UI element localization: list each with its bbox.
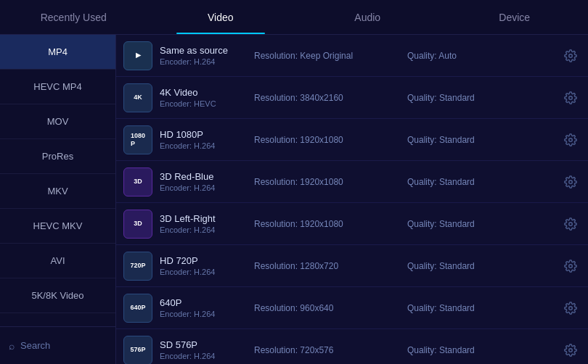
format-quality-3d-left-right: Quality: Standard (407, 219, 560, 229)
sidebar-item-hevc-mp4[interactable]: HEVC MP4 (0, 70, 115, 104)
format-row-hd-720p[interactable]: 720PHD 720PEncoder: H.264Resolution: 128… (116, 245, 588, 287)
format-info-3d-left-right: 3D Left-RightEncoder: H.264 (160, 213, 240, 234)
format-name-hd-720p: HD 720P (160, 255, 240, 266)
format-row-sd-576p[interactable]: 576PSD 576PEncoder: H.264Resolution: 720… (116, 329, 588, 364)
format-row-hd-1080p[interactable]: 1080PHD 1080PEncoder: H.264Resolution: 1… (116, 119, 588, 161)
svg-point-6 (569, 306, 573, 310)
format-info-hd-1080p: HD 1080PEncoder: H.264 (160, 129, 240, 150)
svg-point-4 (569, 222, 573, 226)
format-encoder-same-as-source: Encoder: H.264 (160, 57, 240, 66)
format-encoder-hd-720p: Encoder: H.264 (160, 268, 240, 276)
sidebar-item-avi[interactable]: AVI (0, 244, 115, 278)
tab-audio[interactable]: Audio (294, 0, 441, 34)
format-info-sd-576p: SD 576PEncoder: H.264 (160, 339, 240, 360)
format-row-4k-video[interactable]: 4K4K VideoEncoder: HEVCResolution: 3840x… (116, 77, 588, 119)
settings-icon-hd-1080p[interactable] (560, 130, 581, 150)
format-quality-same-as-source: Quality: Auto (407, 51, 560, 61)
format-encoder-hd-1080p: Encoder: H.264 (160, 141, 240, 150)
tab-recently-used[interactable]: Recently Used (0, 0, 147, 34)
format-icon-3d-red-blue: 3D (123, 167, 152, 197)
format-name-sd-576p: SD 576P (160, 339, 240, 350)
svg-point-3 (569, 180, 573, 183)
format-name-same-as-source: Same as source (160, 45, 240, 56)
svg-point-7 (569, 348, 573, 352)
format-info-4k-video: 4K VideoEncoder: HEVC (160, 87, 240, 108)
tab-video[interactable]: Video (147, 0, 295, 34)
format-quality-640p: Quality: Standard (407, 303, 560, 313)
settings-icon-3d-red-blue[interactable] (560, 172, 581, 192)
sidebar-item-prores[interactable]: ProRes (0, 139, 115, 174)
svg-point-5 (569, 264, 573, 268)
top-tabs: Recently UsedVideoAudioDevice (0, 0, 588, 35)
format-icon-3d-left-right: 3D (123, 210, 152, 239)
format-info-640p: 640PEncoder: H.264 (160, 297, 240, 318)
format-name-4k-video: 4K Video (160, 87, 240, 98)
format-resolution-4k-video: Resolution: 3840x2160 (247, 93, 407, 103)
format-quality-4k-video: Quality: Standard (407, 93, 560, 103)
format-icon-hd-720p: 720P (123, 252, 152, 281)
format-encoder-3d-red-blue: Encoder: H.264 (160, 183, 240, 192)
sidebar-item-mp4[interactable]: MP4 (0, 35, 115, 70)
sidebar-items: MP4HEVC MP4MOVProResMKVHEVC MKVAVI5K/8K … (0, 35, 115, 326)
search-input[interactable] (20, 340, 107, 351)
format-info-hd-720p: HD 720PEncoder: H.264 (160, 255, 240, 276)
sidebar-item-5k8k[interactable]: 5K/8K Video (0, 278, 115, 313)
format-quality-hd-1080p: Quality: Standard (407, 135, 560, 145)
sidebar-item-mkv[interactable]: MKV (0, 174, 115, 209)
format-info-3d-red-blue: 3D Red-BlueEncoder: H.264 (160, 171, 240, 192)
format-resolution-640p: Resolution: 960x640 (247, 303, 407, 313)
format-name-3d-left-right: 3D Left-Right (160, 213, 240, 224)
sidebar-item-hevc-mkv[interactable]: HEVC MKV (0, 209, 115, 244)
sidebar-search: ⌕ (0, 326, 115, 364)
format-icon-same-as-source: ▶ (123, 41, 152, 70)
sidebar: MP4HEVC MP4MOVProResMKVHEVC MKVAVI5K/8K … (0, 35, 116, 364)
format-encoder-640p: Encoder: H.264 (160, 310, 240, 318)
format-row-640p[interactable]: 640P640PEncoder: H.264Resolution: 960x64… (116, 287, 588, 329)
settings-icon-sd-576p[interactable] (560, 340, 581, 360)
format-encoder-3d-left-right: Encoder: H.264 (160, 226, 240, 234)
format-name-3d-red-blue: 3D Red-Blue (160, 171, 240, 182)
format-name-640p: 640P (160, 297, 240, 308)
main-layout: MP4HEVC MP4MOVProResMKVHEVC MKVAVI5K/8K … (0, 35, 588, 364)
format-row-3d-red-blue[interactable]: 3D3D Red-BlueEncoder: H.264Resolution: 1… (116, 161, 588, 203)
format-row-3d-left-right[interactable]: 3D3D Left-RightEncoder: H.264Resolution:… (116, 203, 588, 245)
svg-point-2 (569, 138, 573, 141)
svg-point-1 (569, 96, 573, 99)
tab-device[interactable]: Device (441, 0, 589, 34)
settings-icon-640p[interactable] (560, 298, 581, 318)
format-icon-hd-1080p: 1080P (123, 125, 152, 154)
format-resolution-sd-576p: Resolution: 720x576 (247, 345, 407, 355)
svg-point-0 (569, 54, 573, 57)
settings-icon-hd-720p[interactable] (560, 256, 581, 276)
format-row-same-as-source[interactable]: ▶Same as sourceEncoder: H.264Resolution:… (116, 35, 588, 77)
format-resolution-same-as-source: Resolution: Keep Original (247, 51, 407, 61)
format-quality-3d-red-blue: Quality: Standard (407, 177, 560, 187)
format-icon-640p: 640P (123, 294, 152, 323)
format-resolution-3d-red-blue: Resolution: 1920x1080 (247, 177, 407, 187)
search-icon: ⌕ (9, 340, 15, 352)
settings-icon-3d-left-right[interactable] (560, 214, 581, 234)
format-quality-hd-720p: Quality: Standard (407, 261, 560, 271)
format-encoder-4k-video: Encoder: HEVC (160, 99, 240, 108)
format-icon-sd-576p: 576P (123, 336, 152, 365)
settings-icon-same-as-source[interactable] (560, 46, 581, 66)
format-icon-4k-video: 4K (123, 83, 152, 112)
format-resolution-3d-left-right: Resolution: 1920x1080 (247, 219, 407, 229)
format-resolution-hd-720p: Resolution: 1280x720 (247, 261, 407, 271)
format-quality-sd-576p: Quality: Standard (407, 345, 560, 355)
sidebar-item-mov[interactable]: MOV (0, 104, 115, 139)
format-encoder-sd-576p: Encoder: H.264 (160, 352, 240, 360)
settings-icon-4k-video[interactable] (560, 88, 581, 108)
format-list: ▶Same as sourceEncoder: H.264Resolution:… (116, 35, 588, 364)
format-resolution-hd-1080p: Resolution: 1920x1080 (247, 135, 407, 145)
format-name-hd-1080p: HD 1080P (160, 129, 240, 140)
format-info-same-as-source: Same as sourceEncoder: H.264 (160, 45, 240, 66)
